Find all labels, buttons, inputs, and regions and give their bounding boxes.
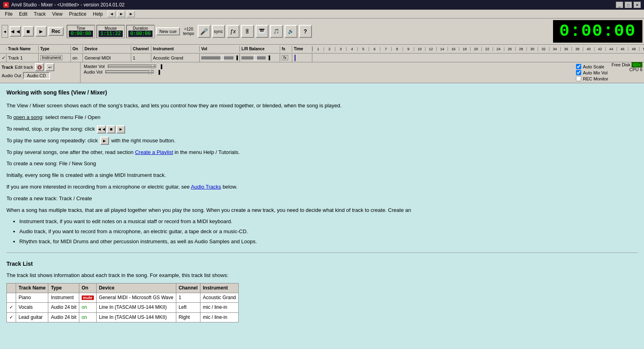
fx-tool-button[interactable]: ƒx [227,25,239,38]
tl-header-channel: Channel [176,283,200,293]
menu-edit[interactable]: Edit [16,10,31,18]
nav-redo-button[interactable]: ► [127,11,135,17]
track-balance-cell[interactable]: ▐ [240,53,280,62]
header-on: On [71,46,83,52]
speaker-tool-button[interactable]: 🔊 [285,25,297,38]
tl-piano-instrument: Acoustic Grand [200,293,238,303]
audio-out-label: Audio Out [2,73,21,78]
tl-row-vocals: ✓ Vocals Audio 24 bit on Line In (TASCAM… [7,303,239,312]
track-checkbox[interactable]: ✓ [0,53,6,62]
auto-mix-vol-label: Auto Mix Vol [583,70,607,75]
system-status: Free Disk 60+ CPU 6 [611,62,644,83]
microphone-text: If you are more interested in recording … [6,183,638,191]
header-channel: Channel [131,46,151,52]
checkboxes-area: Auto Scale Auto Mix Vol REC Monitor [573,62,611,83]
track-name-cell[interactable]: Track 1 [6,53,39,62]
auto-mix-vol-checkbox[interactable] [576,70,581,75]
timeline-ruler: 1 2 3 4 5 6 7 8 9 10 12 14 16 18 20 22 2… [312,47,644,51]
stop-button[interactable]: ■ [23,26,34,37]
rewind-button[interactable]: ◄◄ [10,26,21,37]
menu-practice[interactable]: Practice [66,10,89,18]
inline-play-btn: ► [116,125,125,133]
track-on-cell: on [71,53,83,62]
notes-tool-button[interactable]: 🎵 [270,25,283,38]
edit-track-mute-button[interactable]: 🔇 [35,63,44,71]
tl-header-type: Type [48,283,79,293]
help-tool-button[interactable]: ? [299,25,312,38]
track-type-cell: Instrument [39,53,71,62]
minimize-button[interactable]: _ [616,2,623,8]
inline-stop-btn: ■ [107,125,116,133]
title-bar: A Anvil Studio - Mixer - <Untitled> - ve… [0,0,644,10]
main-content-area[interactable]: Working with song files (View / Mixer) T… [0,83,644,349]
rec-monitor-checkbox[interactable] [576,76,581,81]
track-channel-cell[interactable]: 1 [131,53,151,62]
track-timeline-area[interactable] [312,53,644,62]
menu-help[interactable]: Help [90,10,106,18]
menu-view[interactable]: View [49,10,66,18]
track-label: Track [2,65,13,70]
time-display: Time 0:00:00 [67,25,95,38]
audio-cd-button[interactable]: Audio CD [23,72,50,79]
maximize-button[interactable]: □ [625,2,632,8]
tl-vocals-device: Line In (TASCAM US-144 MKII) [96,303,176,312]
auto-scale-checkbox[interactable] [576,64,581,69]
close-button[interactable]: ✕ [634,2,641,8]
auto-scale-row[interactable]: Auto Scale [576,64,608,69]
inline-play-repeat-btn: ► [100,137,109,145]
tl-piano-on: mute [79,293,96,303]
audio-tracks-link[interactable]: Audio Tracks [191,184,221,190]
header-fx: fx [280,46,292,52]
audio-vol-row: Audio Vol ▐ [84,70,570,74]
header-check [0,48,6,50]
track-row: ✓ Track 1 Instrument on General MIDI 1 A… [0,53,644,62]
instrument-track-item: Instrument track, if you want to edit no… [19,218,638,226]
create-new-song-para: To create a new song: File / New Song [6,160,638,168]
tl-vocals-on: on [79,303,96,312]
tl-guitar-on: on [79,312,96,322]
header-type: Type [39,46,71,52]
play-several-para: To play several songs, one after the oth… [6,148,638,157]
main-clock: 0:00:00 [553,20,642,43]
tl-piano-check [7,293,16,303]
track-list-intro: The track list shows information about e… [6,271,638,280]
piano-tool-button[interactable]: 🎹 [256,25,268,38]
tl-row-guitar: ✓ Lead guitar Audio 24 bit on Line In (T… [7,312,239,322]
track-fx-cell[interactable]: fx [280,53,292,62]
scroll-left-arrow[interactable]: ◄ [2,25,8,38]
sync-tool-button[interactable]: sync [212,25,225,38]
auto-mix-vol-row[interactable]: Auto Mix Vol [576,70,608,75]
track-list-table: Track Name Type On Device Channel Instru… [6,283,239,322]
inline-rewind-btn: ◄◄ [97,125,106,133]
rec-monitor-row[interactable]: REC Monitor [576,76,608,81]
auto-scale-label: Auto Scale [583,64,604,69]
mic-tool-button[interactable]: 🎤 [198,25,211,38]
track-device-cell[interactable]: General MIDI [83,53,131,62]
edit-track-settings-button[interactable]: ↩ [45,63,54,71]
record-button[interactable]: Rec [48,27,64,36]
eq-tool-button[interactable]: 🎚 [241,25,254,38]
rhythm-track-item: Rhythm track, for MIDI Drums and other p… [19,238,638,246]
track-instrument-cell[interactable]: Acoustic Grand [151,53,200,62]
playlist-link[interactable]: Create a Playlist [135,149,173,155]
rec-monitor-label: REC Monitor [583,76,608,81]
cpu-label: CPU 6 [630,67,642,72]
tl-header-name: Track Name [16,283,48,293]
tl-piano-channel: 1 [176,293,200,303]
menu-track[interactable]: Track [31,10,49,18]
track-list-title: Track List [6,259,638,268]
nav-back-button[interactable]: ◄ [107,11,116,17]
tl-piano-device: General MIDI - Microsoft GS Wave [96,293,176,303]
initially-text: Initially, every song file is created wi… [6,171,638,180]
nav-forward-button[interactable]: ► [117,11,125,17]
content-intro: The View / Mixer screen shows each of th… [6,102,638,110]
tl-guitar-instrument: mic / line-in [200,312,238,322]
play-button[interactable]: ► [35,26,47,37]
new-cue-button[interactable]: New cue [156,27,180,35]
menu-file[interactable]: File [2,10,16,18]
toolbar: ◄ ◄◄ ■ ► Rec Time 0:00:00 Mouse 1:11:22 … [0,18,644,45]
tl-vocals-instrument: mic / line-in [200,303,238,312]
header-balance: L/R Balance [240,46,280,52]
track-types-list: Instrument track, if you want to edit no… [19,218,638,246]
track-vol-cell[interactable]: ▐ [200,53,240,62]
